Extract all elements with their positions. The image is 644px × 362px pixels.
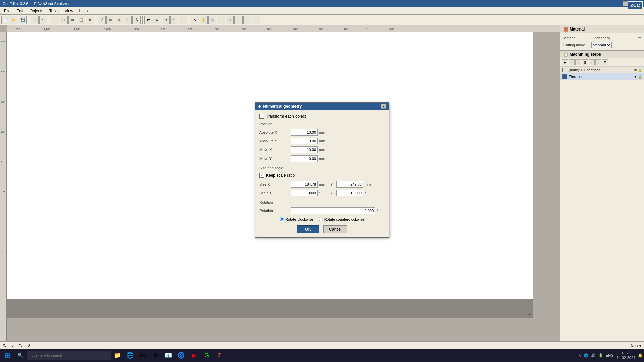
mach-up[interactable]: ↓ (575, 59, 581, 65)
status-online: Online (631, 343, 641, 347)
y-label: Y: (19, 343, 22, 347)
material-icon: 🧱 (563, 27, 568, 32)
move-x-input[interactable] (291, 146, 318, 153)
keep-scale-checkbox[interactable]: ✓ (259, 173, 264, 178)
mach-duplicate[interactable]: ↑ (589, 59, 595, 65)
material-value: {undefined} (591, 36, 610, 40)
menu-file[interactable]: File (1, 8, 13, 14)
svg-text:100: 100 (344, 28, 348, 31)
toolbar-new[interactable]: 📄 (1, 16, 9, 24)
mach-item-none-checkbox[interactable] (562, 68, 567, 72)
absolute-x-input[interactable] (291, 129, 318, 136)
mach-item-thrucut-checkbox[interactable] (562, 74, 567, 79)
mach-down[interactable]: 🗑 (582, 59, 588, 65)
mach-settings[interactable]: ⚙ (602, 59, 608, 65)
search-input[interactable] (27, 351, 111, 360)
toolbar-paste[interactable]: 📋 (77, 16, 85, 24)
taskbar-app1[interactable]: 📧 (162, 349, 174, 361)
panel-collapse-button[interactable]: − (639, 27, 641, 32)
menu-help[interactable]: Help (77, 8, 91, 14)
toolbar-redo[interactable]: ↪ (39, 16, 47, 24)
toolbar-scale[interactable]: ⤡ (170, 16, 178, 24)
svg-text:200: 200 (319, 28, 323, 31)
y-axis-label: Y (528, 312, 531, 316)
rotate-ccw-radio[interactable] (319, 217, 323, 221)
scale-x-input[interactable] (291, 190, 318, 196)
toolbar-copy[interactable]: ⧉ (68, 16, 76, 24)
absolute-y-input[interactable] (291, 138, 318, 144)
toolbar-sep2 (49, 16, 49, 24)
lock-icon-thrucut[interactable]: 🔒 (638, 75, 642, 79)
toolbar-measure[interactable]: ↔ (234, 16, 243, 24)
svg-text:300: 300 (1, 70, 5, 73)
rotate-cw-radio[interactable] (280, 217, 284, 221)
start-button[interactable]: ⊞ (1, 349, 13, 361)
ruler-top: 1,300 1,200 1,100 1,000 900 800 700 600 … (7, 25, 560, 32)
taskbar-zotero-icon[interactable]: Z (213, 349, 225, 361)
toolbar-group2[interactable]: ⊡ (60, 16, 68, 24)
position-section-label: Position (259, 122, 385, 127)
toolbar-rotate[interactable]: ↻ (153, 16, 161, 24)
menu-view[interactable]: View (62, 8, 76, 14)
svg-text:200: 200 (1, 101, 5, 103)
toolbar-export[interactable]: → (243, 16, 251, 24)
taskbar-explorer-icon[interactable]: 📁 (111, 349, 123, 361)
toolbar-transform[interactable]: ⇄ (144, 16, 152, 24)
taskbar-settings-icon[interactable]: ⚙ (150, 349, 162, 361)
cancel-button[interactable]: Cancel (323, 225, 347, 233)
toolbar-zoomsel[interactable]: ⊡ (226, 16, 234, 24)
toolbar-text[interactable]: A (132, 16, 141, 24)
size-y-input[interactable] (336, 181, 363, 188)
toolbar-circle[interactable]: ○ (115, 16, 123, 24)
toolbar-select[interactable]: ↖ (191, 16, 199, 24)
notifications-icon[interactable]: 🔔 (638, 353, 643, 358)
eye-icon-thrucut[interactable]: 👁 (634, 75, 637, 79)
material-edit-icon[interactable]: ✏ (638, 36, 641, 40)
menu-objects[interactable]: Objects (27, 8, 46, 14)
toolbar-save[interactable]: 💾 (19, 16, 27, 24)
size-y-unit: mm (365, 182, 373, 186)
taskbar-app4[interactable]: G (201, 349, 213, 361)
toolbar-zoomfit[interactable]: ⊡ (217, 16, 225, 24)
toolbar-sep5 (189, 16, 189, 24)
mach-remove[interactable]: ↑ (569, 59, 575, 65)
minimize-button[interactable]: − (623, 1, 628, 6)
toolbar-group1[interactable]: ⊞ (51, 16, 59, 24)
toolbar-mirror[interactable]: ⇔ (162, 16, 170, 24)
toolbar-pan[interactable]: ✋ (200, 16, 208, 24)
ok-button[interactable]: OK (297, 225, 319, 233)
scale-y-input[interactable] (336, 190, 363, 196)
taskbar-app3[interactable]: ▶ (188, 349, 200, 361)
dialog-close-button[interactable]: × (381, 104, 386, 109)
rotation-input[interactable] (291, 207, 375, 214)
mach-item-thrucut[interactable]: Thru-cut 👁 🔒 (560, 73, 644, 80)
toolbar-undo[interactable]: ↩ (31, 16, 39, 24)
search-button[interactable]: 🔍 (14, 349, 26, 361)
mach-add[interactable]: ▶ (562, 59, 568, 65)
move-y-input[interactable] (291, 155, 318, 162)
toolbar-delete[interactable]: 🗑 (86, 16, 94, 24)
taskbar-store-icon[interactable]: 🛍 (137, 349, 149, 361)
transform-each-checkbox[interactable] (259, 114, 264, 119)
toolbar-array[interactable]: ⊞ (179, 16, 187, 24)
taskbar-edge-icon[interactable]: 🌐 (124, 349, 136, 361)
cutting-mode-select[interactable]: standard (591, 42, 612, 48)
toolbar-line[interactable]: ╱ (98, 16, 106, 24)
eye-icon-none[interactable]: 👁 (634, 68, 637, 72)
toolbar-open[interactable]: 📂 (10, 16, 18, 24)
menu-tools[interactable]: Tools (47, 8, 61, 14)
size-x-input[interactable] (291, 181, 318, 188)
lock-icon-none[interactable]: 🔒 (638, 68, 642, 72)
absolute-x-row: Absolute X mm (259, 129, 385, 136)
toolbar-rect[interactable]: ▭ (106, 16, 114, 24)
toolbar-arc[interactable]: ◜ (124, 16, 132, 24)
svg-text:500: 500 (241, 28, 246, 31)
toolbar-extra[interactable]: ⊞ (252, 16, 260, 24)
cutting-mode-label: Cutting mode (563, 43, 590, 47)
toolbar-zoom[interactable]: 🔍 (208, 16, 216, 24)
zcc-logo: ZCC (628, 1, 643, 9)
menu-edit[interactable]: Edit (14, 8, 26, 14)
mach-item-none[interactable]: {none}: 0:undefined 👁 🔒 (560, 67, 644, 73)
taskbar-app2[interactable]: 🌀 (175, 349, 187, 361)
mach-export[interactable]: ↓ (595, 59, 601, 65)
